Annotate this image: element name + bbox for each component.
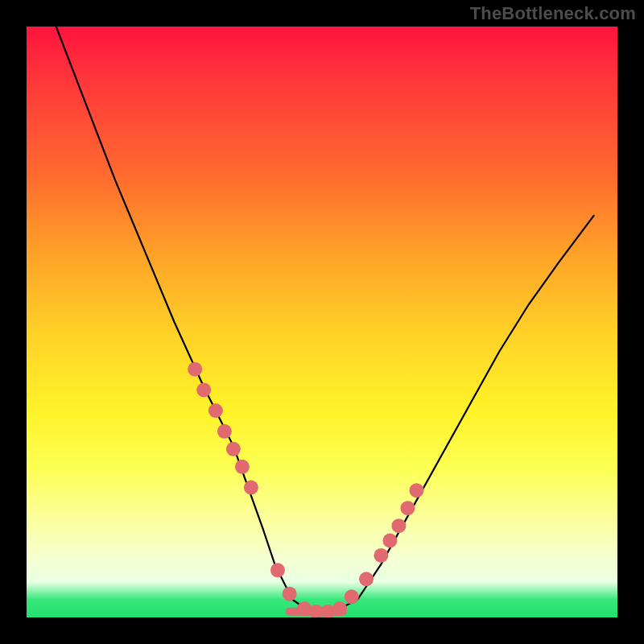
marker-dot (196, 382, 211, 397)
bottleneck-curve (56, 27, 594, 612)
marker-dot (283, 587, 297, 601)
marker-dot (188, 362, 202, 377)
marker-dot (235, 460, 250, 474)
marker-dot (409, 483, 423, 497)
marker-dot (226, 442, 241, 456)
marker-dot (270, 563, 285, 577)
marker-dot (208, 403, 223, 418)
marker-dot (400, 501, 415, 515)
plot-gradient-area (27, 27, 617, 617)
watermark-text: TheBottleneck.com (470, 3, 636, 24)
marker-dot (382, 534, 397, 548)
marker-dots-group (188, 362, 423, 617)
chart-svg (27, 27, 617, 617)
marker-dot (391, 518, 406, 533)
chart-frame: TheBottleneck.com (0, 0, 644, 644)
marker-dot (359, 572, 374, 586)
marker-dot (332, 601, 347, 616)
marker-dot (345, 589, 359, 604)
marker-dot (244, 481, 258, 495)
marker-dot (217, 424, 232, 439)
marker-dot (374, 548, 388, 563)
